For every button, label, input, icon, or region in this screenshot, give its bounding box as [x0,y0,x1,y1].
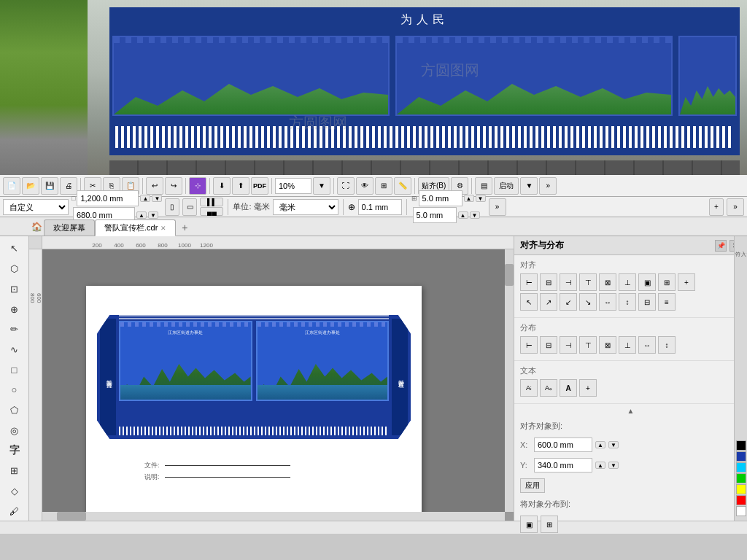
page-style-select[interactable]: 自定义 [3,199,69,215]
apply-btn[interactable]: 应用 [520,478,545,493]
more3-btn[interactable]: » [727,198,744,216]
align-sp-btn[interactable]: ⊟ [638,293,656,311]
redo-btn[interactable]: ↪ [165,177,182,195]
width-down[interactable]: ▼ [152,195,162,202]
import-btn[interactable]: ⬇ [213,177,231,195]
swatch-red[interactable] [736,495,746,505]
align-bottom-btn[interactable]: ⊥ [619,273,636,291]
canvas-inner[interactable]: 警队宣传 警宣传栏 [42,249,505,512]
align-top-btn[interactable]: ⊤ [579,273,597,291]
fill-tool[interactable]: ◇ [4,482,25,501]
tab-document[interactable]: 警队宣传栏.cdr ✕ [95,219,176,236]
text-al-btn[interactable]: Aᵢ [520,379,538,397]
dist-cv-btn[interactable]: ⊠ [599,336,616,354]
align-bl-btn[interactable]: ↙ [560,293,577,311]
align-hc-btn[interactable]: ↔ [599,293,616,311]
height-down[interactable]: ▼ [148,211,158,219]
polygon-tool[interactable]: ⬠ [4,401,25,420]
pdf-btn[interactable]: PDF [251,177,268,195]
text-A-btn[interactable]: A [560,379,577,397]
swatch-yellow[interactable] [736,484,746,494]
ellipse-tool[interactable]: ○ [4,381,25,400]
width-up[interactable]: ▲ [140,195,150,202]
dist-t-btn[interactable]: ⊤ [579,336,597,354]
scrollbar-vertical[interactable] [505,249,514,512]
text-plus-btn[interactable]: + [579,379,597,397]
unit-select[interactable]: 毫米 [273,199,338,215]
zoom-dropdown[interactable]: ▼ [313,177,330,195]
spiral-tool[interactable]: ◎ [4,421,25,440]
align-tl-btn[interactable]: ↖ [520,293,538,311]
y-up[interactable]: ▲ [595,462,605,469]
portrait-btn[interactable]: ▯ [165,198,179,216]
page-width-input[interactable]: 1,200.0 mm [77,190,139,206]
ox-up[interactable]: ▲ [464,195,474,202]
offset-y-input[interactable]: 5.0 mm [413,207,457,223]
rect-tool[interactable]: □ [4,360,25,379]
smartdraw-tool[interactable]: ∿ [4,341,25,359]
open-btn[interactable]: 📂 [22,177,39,195]
panel-pin-btn[interactable]: 📌 [715,240,727,252]
select-btn[interactable]: ⊹ [189,177,206,195]
align-tr-btn[interactable]: ↗ [540,293,557,311]
tab-welcome[interactable]: 欢迎屏幕 [44,219,95,236]
oy-up[interactable]: ▲ [458,211,468,219]
select-tool[interactable]: ↖ [4,239,25,258]
align-right-btn[interactable]: ⊣ [560,273,577,291]
zoom-tool[interactable]: ⊕ [4,300,25,319]
snap-input[interactable]: 0.1 mm [358,199,402,215]
dist-l-btn[interactable]: ⊢ [520,336,538,354]
freehand-tool[interactable]: ✏ [4,320,25,339]
dist-sv-btn[interactable]: ↕ [658,336,676,354]
start-dropdown[interactable]: ▼ [520,177,538,195]
oy-down[interactable]: ▼ [470,211,480,219]
swatch-blue[interactable] [736,451,746,462]
table-tool[interactable]: ⊞ [4,462,25,481]
eyedropper-tool[interactable]: 🖋 [4,502,25,521]
start-btn[interactable]: 启动 [494,177,519,195]
offset-x-input[interactable]: 5.0 mm [419,190,462,206]
more-btn[interactable]: » [539,177,557,195]
text-ac-btn[interactable]: Aₐ [540,379,557,397]
zoom-input[interactable]: 10% [275,178,311,194]
height-up[interactable]: ▲ [136,211,147,219]
col-btn[interactable]: ▌▌ [200,198,223,206]
ox-down[interactable]: ▼ [476,195,486,202]
align-left-btn[interactable]: ⊢ [520,273,538,291]
dist-page-btn[interactable]: ▣ [520,516,538,533]
y-down[interactable]: ▼ [608,462,619,469]
align-center-v-btn[interactable]: ⊠ [599,273,616,291]
add-page-btn[interactable]: + [709,198,724,216]
ruler-btn[interactable]: 📏 [394,177,411,195]
align-br-btn[interactable]: ↘ [579,293,597,311]
align-plus-btn[interactable]: + [678,273,695,291]
x-down[interactable]: ▼ [608,441,619,448]
new-btn[interactable]: 📄 [3,177,20,195]
swatch-cyan[interactable] [736,462,746,472]
swatch-green[interactable] [736,473,746,483]
dist-b-btn[interactable]: ⊥ [619,336,636,354]
row-btn[interactable]: ▄▄ [200,207,223,216]
dist-sel-btn[interactable]: ⊞ [541,516,558,533]
dist-r-btn[interactable]: ⊣ [560,336,577,354]
align-grid-btn[interactable]: ⊞ [658,273,676,291]
tab-add-btn[interactable]: + [176,219,193,236]
node-tool[interactable]: ⬡ [4,260,25,279]
dist-ch-btn[interactable]: ⊟ [540,336,557,354]
save-btn[interactable]: 💾 [41,177,58,195]
tab-close-icon[interactable]: ✕ [160,225,166,232]
more2-btn[interactable]: » [489,198,506,216]
expand-btn[interactable]: ▲ [627,407,635,415]
scrollbar-horizontal[interactable] [42,512,505,521]
export-btn[interactable]: ⬆ [232,177,249,195]
text-tool[interactable]: 字 [4,441,25,460]
landscape-btn[interactable]: ▭ [182,198,197,216]
view-btn[interactable]: 👁 [356,177,374,195]
fullscreen-btn[interactable]: ⛶ [337,177,355,195]
y-coord-input[interactable]: 340.0 mm [534,458,592,472]
crop-tool[interactable]: ⊡ [4,279,25,298]
dist-sh-btn[interactable]: ↔ [638,336,656,354]
align-vc-btn[interactable]: ↕ [619,293,636,311]
x-coord-input[interactable]: 600.0 mm [534,438,592,452]
align-page-btn[interactable]: ▣ [638,273,656,291]
